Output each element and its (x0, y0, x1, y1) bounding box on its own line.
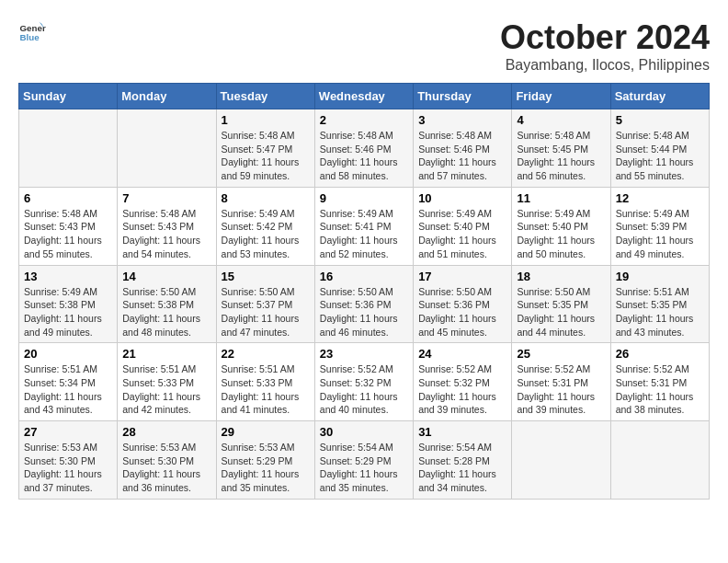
calendar-day-cell: 14Sunrise: 5:50 AM Sunset: 5:38 PM Dayli… (118, 265, 216, 343)
day-number: 26 (616, 347, 704, 361)
calendar-week-row: 1Sunrise: 5:48 AM Sunset: 5:47 PM Daylig… (19, 109, 710, 188)
calendar-day-cell: 4Sunrise: 5:48 AM Sunset: 5:45 PM Daylig… (512, 109, 610, 188)
day-info: Sunrise: 5:50 AM Sunset: 5:35 PM Dayligh… (517, 285, 605, 339)
calendar-day-cell: 11Sunrise: 5:49 AM Sunset: 5:40 PM Dayli… (512, 187, 610, 265)
day-number: 20 (24, 347, 112, 361)
calendar-body: 1Sunrise: 5:48 AM Sunset: 5:47 PM Daylig… (19, 109, 710, 500)
title-block: October 2024 Bayambang, Ilocos, Philippi… (500, 18, 710, 74)
calendar-day-cell: 7Sunrise: 5:48 AM Sunset: 5:43 PM Daylig… (118, 187, 216, 265)
weekday-header-cell: Tuesday (216, 84, 314, 109)
day-info: Sunrise: 5:50 AM Sunset: 5:36 PM Dayligh… (320, 285, 408, 339)
day-number: 18 (517, 270, 605, 283)
month-title: October 2024 (500, 18, 710, 57)
logo: General Blue (18, 18, 46, 46)
calendar-day-cell: 3Sunrise: 5:48 AM Sunset: 5:46 PM Daylig… (414, 109, 512, 188)
calendar-day-cell: 26Sunrise: 5:52 AM Sunset: 5:31 PM Dayli… (610, 343, 709, 421)
weekday-header-cell: Wednesday (314, 84, 413, 109)
calendar-day-cell: 28Sunrise: 5:53 AM Sunset: 5:30 PM Dayli… (118, 421, 216, 500)
calendar-day-cell: 20Sunrise: 5:51 AM Sunset: 5:34 PM Dayli… (19, 343, 118, 421)
day-number: 5 (616, 113, 704, 127)
day-number: 2 (320, 113, 408, 127)
weekday-header-cell: Sunday (19, 84, 118, 109)
day-number: 24 (418, 347, 506, 361)
calendar-day-cell: 6Sunrise: 5:48 AM Sunset: 5:43 PM Daylig… (19, 187, 118, 265)
calendar-day-cell: 19Sunrise: 5:51 AM Sunset: 5:35 PM Dayli… (610, 265, 709, 343)
calendar-day-cell: 21Sunrise: 5:51 AM Sunset: 5:33 PM Dayli… (118, 343, 216, 421)
day-number: 8 (222, 191, 310, 205)
day-number: 29 (222, 425, 310, 439)
day-info: Sunrise: 5:53 AM Sunset: 5:30 PM Dayligh… (122, 441, 210, 495)
calendar-day-cell: 29Sunrise: 5:53 AM Sunset: 5:29 PM Dayli… (216, 421, 314, 500)
day-info: Sunrise: 5:49 AM Sunset: 5:40 PM Dayligh… (517, 207, 605, 261)
day-number: 28 (122, 425, 210, 439)
day-number: 21 (122, 347, 210, 361)
day-info: Sunrise: 5:49 AM Sunset: 5:40 PM Dayligh… (418, 207, 506, 261)
calendar-day-cell: 2Sunrise: 5:48 AM Sunset: 5:46 PM Daylig… (314, 109, 413, 188)
calendar-day-cell: 24Sunrise: 5:52 AM Sunset: 5:32 PM Dayli… (414, 343, 512, 421)
location-title: Bayambang, Ilocos, Philippines (500, 57, 710, 74)
day-info: Sunrise: 5:51 AM Sunset: 5:34 PM Dayligh… (24, 362, 112, 417)
day-info: Sunrise: 5:52 AM Sunset: 5:32 PM Dayligh… (418, 362, 506, 417)
day-info: Sunrise: 5:53 AM Sunset: 5:30 PM Dayligh… (24, 441, 112, 495)
day-number: 27 (24, 425, 112, 439)
day-number: 6 (24, 191, 112, 205)
calendar-week-row: 20Sunrise: 5:51 AM Sunset: 5:34 PM Dayli… (19, 343, 710, 421)
day-info: Sunrise: 5:51 AM Sunset: 5:33 PM Dayligh… (122, 362, 210, 417)
calendar-day-cell (512, 421, 610, 500)
day-info: Sunrise: 5:49 AM Sunset: 5:42 PM Dayligh… (222, 207, 310, 261)
day-number: 22 (222, 347, 310, 361)
day-number: 1 (222, 113, 310, 127)
day-info: Sunrise: 5:51 AM Sunset: 5:35 PM Dayligh… (616, 285, 704, 339)
calendar-day-cell: 17Sunrise: 5:50 AM Sunset: 5:36 PM Dayli… (414, 265, 512, 343)
calendar-day-cell: 5Sunrise: 5:48 AM Sunset: 5:44 PM Daylig… (610, 109, 709, 188)
day-info: Sunrise: 5:52 AM Sunset: 5:31 PM Dayligh… (616, 362, 704, 417)
weekday-header-cell: Thursday (414, 84, 512, 109)
calendar-day-cell (19, 109, 118, 188)
day-info: Sunrise: 5:50 AM Sunset: 5:37 PM Dayligh… (222, 285, 310, 339)
calendar-day-cell: 23Sunrise: 5:52 AM Sunset: 5:32 PM Dayli… (314, 343, 413, 421)
day-number: 15 (222, 270, 310, 283)
day-number: 17 (418, 270, 506, 283)
weekday-header-cell: Friday (512, 84, 610, 109)
day-number: 23 (320, 347, 408, 361)
weekday-header-row: SundayMondayTuesdayWednesdayThursdayFrid… (19, 84, 710, 109)
calendar-day-cell: 13Sunrise: 5:49 AM Sunset: 5:38 PM Dayli… (19, 265, 118, 343)
day-number: 19 (616, 270, 704, 283)
day-number: 16 (320, 270, 408, 283)
day-number: 12 (616, 191, 704, 205)
calendar-day-cell: 12Sunrise: 5:49 AM Sunset: 5:39 PM Dayli… (610, 187, 709, 265)
day-number: 10 (418, 191, 506, 205)
day-info: Sunrise: 5:48 AM Sunset: 5:43 PM Dayligh… (24, 207, 112, 261)
day-number: 14 (122, 270, 210, 283)
day-number: 25 (517, 347, 605, 361)
day-number: 11 (517, 191, 605, 205)
calendar-week-row: 6Sunrise: 5:48 AM Sunset: 5:43 PM Daylig… (19, 187, 710, 265)
day-info: Sunrise: 5:49 AM Sunset: 5:41 PM Dayligh… (320, 207, 408, 261)
calendar-day-cell: 10Sunrise: 5:49 AM Sunset: 5:40 PM Dayli… (414, 187, 512, 265)
day-info: Sunrise: 5:48 AM Sunset: 5:43 PM Dayligh… (122, 207, 210, 261)
day-info: Sunrise: 5:54 AM Sunset: 5:29 PM Dayligh… (320, 441, 408, 495)
day-info: Sunrise: 5:52 AM Sunset: 5:32 PM Dayligh… (320, 362, 408, 417)
calendar-day-cell: 31Sunrise: 5:54 AM Sunset: 5:28 PM Dayli… (414, 421, 512, 500)
day-info: Sunrise: 5:50 AM Sunset: 5:36 PM Dayligh… (418, 285, 506, 339)
day-number: 3 (418, 113, 506, 127)
day-number: 9 (320, 191, 408, 205)
day-info: Sunrise: 5:49 AM Sunset: 5:39 PM Dayligh… (616, 207, 704, 261)
day-info: Sunrise: 5:48 AM Sunset: 5:46 PM Dayligh… (418, 129, 506, 183)
day-info: Sunrise: 5:48 AM Sunset: 5:45 PM Dayligh… (517, 129, 605, 183)
day-info: Sunrise: 5:48 AM Sunset: 5:47 PM Dayligh… (222, 129, 310, 183)
day-info: Sunrise: 5:51 AM Sunset: 5:33 PM Dayligh… (222, 362, 310, 417)
day-info: Sunrise: 5:52 AM Sunset: 5:31 PM Dayligh… (517, 362, 605, 417)
calendar-week-row: 13Sunrise: 5:49 AM Sunset: 5:38 PM Dayli… (19, 265, 710, 343)
svg-text:Blue: Blue (20, 32, 40, 42)
weekday-header-cell: Saturday (610, 84, 709, 109)
calendar-week-row: 27Sunrise: 5:53 AM Sunset: 5:30 PM Dayli… (19, 421, 710, 500)
calendar-day-cell: 22Sunrise: 5:51 AM Sunset: 5:33 PM Dayli… (216, 343, 314, 421)
day-info: Sunrise: 5:48 AM Sunset: 5:44 PM Dayligh… (616, 129, 704, 183)
calendar-day-cell: 25Sunrise: 5:52 AM Sunset: 5:31 PM Dayli… (512, 343, 610, 421)
svg-text:General: General (20, 23, 47, 33)
day-number: 31 (418, 425, 506, 439)
day-number: 7 (122, 191, 210, 205)
day-info: Sunrise: 5:50 AM Sunset: 5:38 PM Dayligh… (122, 285, 210, 339)
calendar-day-cell (610, 421, 709, 500)
